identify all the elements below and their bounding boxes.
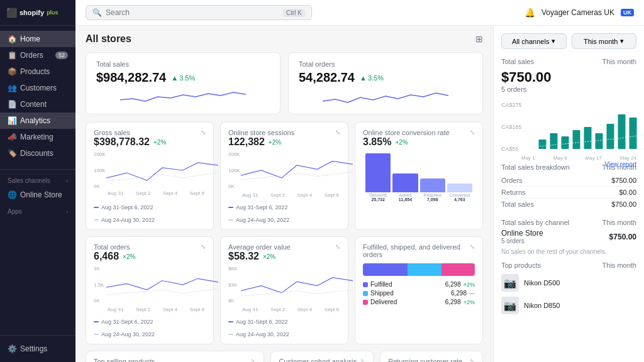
- online-store-icon: 🌐: [8, 190, 16, 199]
- page-header: All stores ⊞: [86, 33, 483, 45]
- bell-icon[interactable]: 🔔: [525, 8, 535, 18]
- avg-order-svg: [241, 266, 353, 304]
- sidebar-item-content[interactable]: 📄 Content: [0, 96, 75, 112]
- returning-rate-card: Returning customer rate 50.21% +2% ⤡ $60: [380, 351, 483, 362]
- gross-sales-chart: 200K 100K 0K Aug 31 Sept 2: [94, 151, 206, 202]
- expand-avg-icon[interactable]: ⤡: [335, 243, 340, 250]
- customers-icon: 👥: [8, 84, 16, 92]
- total-orders-legend: Aug 31-Sept 6, 2022 Aug 24-Aug 30, 2022: [94, 319, 206, 337]
- search-box[interactable]: 🔍 Ctrl K: [86, 5, 312, 20]
- orders-icon: 📋: [8, 51, 16, 60]
- home-icon: 🏠: [8, 35, 16, 43]
- sidebar-item-orders[interactable]: 📋 Orders 52: [0, 47, 75, 63]
- settings-icon: ⚙️: [8, 344, 16, 353]
- fulfilled-stacked-bar: [363, 263, 475, 276]
- expand-cohort-icon[interactable]: ⤡: [360, 358, 365, 362]
- svg-rect-8: [618, 114, 626, 149]
- sidebar-item-settings[interactable]: ⚙️ Settings: [0, 341, 75, 357]
- sidebar-item-products[interactable]: 📦 Products: [0, 63, 75, 80]
- sidebar-item-customers-label: Customers: [20, 84, 57, 92]
- product-name-0: Nikon D500: [524, 279, 560, 287]
- sidebar-item-products-label: Products: [20, 67, 50, 76]
- cohort-title: Customer cohort analysis: [279, 358, 357, 362]
- delivered-segment: [441, 263, 475, 276]
- channels-filter-button[interactable]: All channels ▾: [501, 33, 567, 49]
- top-products-main-title: Top selling products: [94, 358, 155, 362]
- total-sales-value: $984,282.74: [96, 70, 166, 85]
- svg-rect-3: [562, 136, 569, 149]
- period-filter-button[interactable]: This month ▾: [572, 33, 637, 49]
- delivered-row: Delivered 6,298 +2%: [363, 299, 475, 305]
- avg-order-chart: $60 $30 $0 Aug 31 Sept 2 S: [228, 266, 340, 316]
- main-nav: 🏠 Home 📋 Orders 52 📦 Products 👥 Customer…: [0, 26, 75, 167]
- arrow-up-icon: ▲: [171, 74, 178, 82]
- bar-sessions: [365, 153, 391, 192]
- total-orders-chart-value: 6,468: [94, 251, 119, 262]
- total-sales-mini-chart: [96, 87, 270, 106]
- panel-top-products: Top products This month 📷 Nikon D500 📷 N…: [501, 261, 636, 314]
- online-sessions-change: +2%: [269, 139, 281, 146]
- fulfilled-legend: Fulfilled 6,298 +2% Shipped: [363, 281, 475, 305]
- sidebar-item-customers[interactable]: 👥 Customers: [0, 80, 75, 96]
- expand-orders-icon[interactable]: ⤡: [201, 243, 206, 250]
- sidebar-item-online-store-label: Online Store: [20, 190, 62, 199]
- total-orders-chart: 3K 1.5K 0K Aug 31 Sept 2 S: [94, 266, 206, 316]
- products-icon: 📦: [8, 67, 16, 76]
- panel-sales-orders: 5 orders: [501, 85, 636, 93]
- fulfilled-row: Fulfilled 6,298 +2%: [363, 281, 475, 288]
- gross-sales-change: +2%: [153, 139, 166, 146]
- online-sessions-value: 122,382: [228, 136, 265, 148]
- expand-top-products-icon[interactable]: ⤡: [251, 358, 256, 362]
- online-sessions-title: Online store sessions: [228, 129, 294, 136]
- app-logo: ⬛ shopifyplus: [0, 0, 75, 26]
- sidebar-item-online-store[interactable]: 🌐 Online Store: [0, 187, 75, 203]
- bar-converted: [447, 184, 472, 192]
- total-orders-card-chart: Total orders 6,468 ×2% ⤡ 3K: [86, 236, 214, 344]
- panel-channel-section: Total sales by channel This month Online…: [501, 219, 636, 255]
- total-orders-svg: [106, 266, 218, 304]
- shipped-row: Shipped 6,298 —: [363, 290, 475, 297]
- conversion-rate-value: 3.85%: [363, 136, 391, 148]
- product-item-0: 📷 Nikon D500: [501, 274, 636, 292]
- fulfilled-orders-card: Fulfilled, shipped, and delivered orders…: [355, 236, 483, 344]
- apps-label: Apps ›: [0, 203, 75, 217]
- sidebar-item-analytics[interactable]: 📊 Analytics: [0, 112, 75, 129]
- sidebar-item-discounts[interactable]: 🏷️ Discounts: [0, 145, 75, 162]
- panel-sales-svg: [521, 102, 644, 152]
- sidebar-item-home[interactable]: 🏠 Home: [0, 31, 75, 47]
- marketing-icon: 📣: [8, 133, 16, 141]
- svg-rect-5: [584, 127, 592, 149]
- chevron-right-apps-icon: ›: [66, 209, 68, 215]
- sidebar: ⬛ shopifyplus 🏠 Home 📋 Orders 52 📦 Produ…: [0, 0, 75, 362]
- panel-chart-x-labels: May 1 May 9 May 17 May 24: [521, 155, 636, 161]
- expand-fulfilled-icon[interactable]: ⤡: [470, 243, 475, 250]
- expand-icon[interactable]: ⤡: [201, 129, 206, 136]
- fulfilled-segment: [363, 263, 408, 276]
- total-orders-card: Total orders 54,282.74 ▲ 3.5%: [288, 52, 483, 114]
- logo-text: shopify: [19, 9, 44, 16]
- conversion-bar-chart: Sessions 25,732 Added 11,654 Reached: [363, 151, 475, 202]
- online-sessions-chart: 200K 100K 0K Aug 31 Sept 2: [228, 151, 340, 202]
- channel-header: Total sales by channel This month: [501, 219, 636, 226]
- fulfilled-title: Fulfilled, shipped, and delivered orders: [363, 243, 470, 258]
- total-orders-mini-chart: [299, 87, 472, 106]
- delivered-color: [363, 300, 368, 305]
- avg-order-change: ×2%: [263, 253, 275, 260]
- fulfilled-color: [363, 282, 368, 287]
- svg-rect-1: [539, 140, 547, 149]
- search-input[interactable]: [106, 8, 279, 17]
- arrow-up-orders-icon: ▲: [360, 74, 367, 82]
- topbar: 🔍 Ctrl K 🔔 Voyager Cameras UK UK: [75, 0, 644, 26]
- view-report-link[interactable]: View report: [501, 161, 636, 168]
- conversion-rate-title: Online store conversion rate: [363, 129, 450, 136]
- expand-returning-icon[interactable]: ⤡: [470, 358, 475, 362]
- expand-conversion-icon[interactable]: ⤡: [470, 129, 475, 136]
- sidebar-item-marketing[interactable]: 📣 Marketing: [0, 129, 75, 145]
- sidebar-item-marketing-label: Marketing: [20, 133, 53, 141]
- sidebar-item-home-label: Home: [20, 35, 40, 43]
- total-orders-change: ▲ 3.5%: [360, 74, 384, 82]
- expand-sessions-icon[interactable]: ⤡: [335, 129, 340, 136]
- breakdown-orders: Orders $750.00: [501, 175, 636, 187]
- grid-view-icon[interactable]: ⊞: [475, 34, 483, 44]
- sidebar-item-content-label: Content: [20, 100, 47, 109]
